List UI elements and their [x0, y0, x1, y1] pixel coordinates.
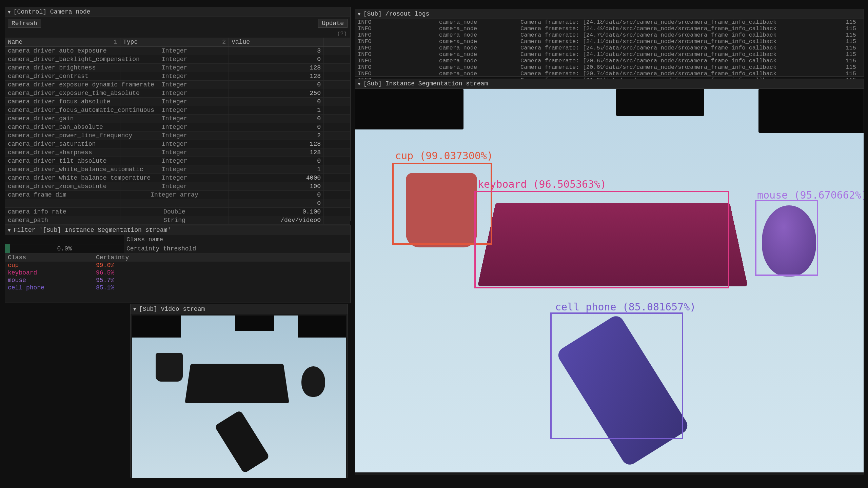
param-value[interactable]: 0	[229, 157, 324, 165]
control-panel-header[interactable]: [Control] Camera node	[5, 7, 350, 17]
video-panel-header[interactable]: [Sub] Video stream	[131, 304, 348, 314]
param-row[interactable]: camera_driver_zoom_absolute Integer 100	[5, 182, 350, 191]
filter-panel-header[interactable]: Filter '[Sub] Instance Segmentation stre…	[5, 225, 350, 235]
param-value[interactable]: 128	[229, 140, 324, 148]
param-value[interactable]: 1	[229, 165, 324, 174]
rosout-panel-header[interactable]: [Sub] /rosout logs	[355, 9, 864, 19]
param-row[interactable]: camera_driver_sharpness Integer 128	[5, 148, 350, 157]
param-value[interactable]: 128	[229, 64, 324, 72]
param-value[interactable]: 0	[229, 81, 324, 89]
param-type: Integer	[120, 123, 229, 131]
log-fn: camera_frame_info_callback	[687, 45, 829, 51]
param-row[interactable]: camera_driver_brightness Integer 128	[5, 64, 350, 72]
log-path: /data/src/camera_node/src/camera_n…	[602, 38, 687, 45]
class-col[interactable]: Class	[5, 253, 93, 262]
filter-row[interactable]: cell phone 85.1%	[5, 284, 350, 291]
log-path: /data/src/camera_node/src/camera_n…	[602, 45, 687, 51]
log-row: INFOcamera_nodeCamera framerate: [24.799…	[355, 32, 864, 38]
param-row[interactable]: camera_driver_white_balance_temperature …	[5, 174, 350, 182]
video-view[interactable]	[132, 316, 346, 478]
param-type: Integer	[120, 115, 229, 123]
segmentation-panel: [Sub] Instance Segmentation stream cup (…	[355, 79, 864, 474]
log-fn: camera_frame_info_callback	[687, 58, 829, 64]
threshold-slider[interactable]: 0.0%	[5, 244, 124, 253]
log-row: INFOcamera_nodeCamera framerate: [24.186…	[355, 19, 864, 25]
class-name-input[interactable]	[5, 235, 124, 244]
param-row[interactable]: camera_driver_exposure_time_absolute Int…	[5, 89, 350, 98]
log-node: camera_node	[439, 32, 520, 38]
param-value[interactable]: 0	[229, 123, 324, 131]
param-type: Integer	[120, 182, 229, 190]
rosout-body[interactable]: INFOcamera_nodeCamera framerate: [24.186…	[355, 19, 864, 83]
log-fn: camera_frame_info_callback	[687, 64, 829, 70]
filter-class: cell phone	[5, 284, 93, 291]
segmentation-panel-header[interactable]: [Sub] Instance Segmentation stream	[355, 79, 864, 89]
param-value[interactable]: 4000	[229, 174, 324, 182]
log-path: /data/src/camera_node/src/camera_n…	[602, 32, 687, 38]
log-msg: Camera framerate: [24.578373]	[520, 45, 602, 51]
param-value[interactable]: 0.100	[229, 208, 324, 216]
param-type: Integer	[120, 89, 229, 97]
log-msg: Camera framerate: [20.741901]	[520, 70, 602, 77]
filter-row[interactable]: cup 99.0%	[5, 262, 350, 269]
param-value[interactable]: 2	[229, 131, 324, 140]
param-value[interactable]: 1	[229, 106, 324, 114]
filter-row[interactable]: mouse 95.7%	[5, 277, 350, 284]
col-name[interactable]: Name1	[5, 38, 120, 46]
param-value[interactable]: 0	[229, 98, 324, 106]
log-row: INFOcamera_nodeCamera framerate: [20.741…	[355, 70, 864, 77]
detection-box	[474, 191, 729, 288]
log-msg: Camera framerate: [24.799714]	[520, 32, 602, 38]
param-name: camera_driver_focus_absolute	[5, 98, 120, 106]
param-row[interactable]: camera_driver_focus_automatic_continuous…	[5, 106, 350, 115]
certainty-col[interactable]: Certainty	[93, 253, 350, 262]
param-row[interactable]: camera_frame_dim Integer array 0	[5, 191, 350, 199]
param-row[interactable]: camera_driver_focus_absolute Integer 0	[5, 98, 350, 106]
param-row[interactable]: 0	[5, 199, 350, 208]
filter-row[interactable]: keyboard 96.5%	[5, 269, 350, 277]
param-value[interactable]: /dev/video0	[229, 216, 324, 224]
param-value[interactable]: 0	[229, 55, 324, 63]
update-button[interactable]: Update	[318, 19, 348, 28]
param-row[interactable]: camera_driver_tilt_absolute Integer 0	[5, 157, 350, 165]
log-line: 115	[829, 51, 856, 58]
param-value[interactable]: 0	[229, 191, 324, 199]
log-line: 115	[829, 70, 856, 77]
param-row[interactable]: camera_driver_saturation Integer 128	[5, 140, 350, 148]
param-row[interactable]: camera_driver_pan_absolute Integer 0	[5, 123, 350, 131]
detection-label: keyboard (96.505363%)	[478, 178, 606, 190]
param-row[interactable]: camera_driver_white_balance_automatic In…	[5, 165, 350, 174]
log-node: camera_node	[439, 64, 520, 70]
param-type: Integer	[120, 148, 229, 157]
log-path: /data/src/camera_node/src/camera_n…	[602, 19, 687, 25]
log-msg: Camera framerate: [20.674166]	[520, 58, 602, 64]
param-row[interactable]: camera_driver_power_line_frequency Integ…	[5, 131, 350, 140]
param-value[interactable]: 3	[229, 47, 324, 55]
segmentation-view[interactable]: cup (99.037300%)keyboard (96.505363%)mou…	[355, 89, 864, 472]
param-row[interactable]: camera_driver_auto_exposure Integer 3	[5, 47, 350, 55]
param-value[interactable]: 0	[229, 199, 324, 207]
log-path: /data/src/camera_node/src/camera_n…	[602, 58, 687, 64]
log-line: 115	[829, 19, 856, 25]
param-name: camera_driver_saturation	[5, 140, 120, 148]
col-value[interactable]: Value	[229, 38, 324, 46]
param-row[interactable]: camera_driver_contrast Integer 128	[5, 72, 350, 81]
param-value[interactable]: 0	[229, 115, 324, 123]
param-row[interactable]: camera_driver_backlight_compensation Int…	[5, 55, 350, 64]
param-value[interactable]: 100	[229, 182, 324, 190]
param-value[interactable]: 128	[229, 72, 324, 80]
param-row[interactable]: camera_path String /dev/video0	[5, 216, 350, 225]
col-type[interactable]: Type2	[120, 38, 229, 46]
log-line: 115	[829, 45, 856, 51]
params-table-body: camera_driver_auto_exposure Integer 3 ca…	[5, 47, 350, 242]
help-hint[interactable]: (?)	[5, 30, 350, 38]
param-row[interactable]: camera_driver_gain Integer 0	[5, 115, 350, 123]
param-row[interactable]: camera_info_rate Double 0.100	[5, 208, 350, 216]
param-value[interactable]: 250	[229, 89, 324, 97]
log-level: INFO	[358, 64, 439, 70]
param-name: camera_driver_auto_exposure	[5, 47, 120, 55]
param-value[interactable]: 128	[229, 148, 324, 157]
param-row[interactable]: camera_driver_exposure_dynamic_framerate…	[5, 81, 350, 89]
refresh-button[interactable]: Refresh	[8, 19, 41, 28]
log-msg: Camera framerate: [24.112999]	[520, 38, 602, 45]
